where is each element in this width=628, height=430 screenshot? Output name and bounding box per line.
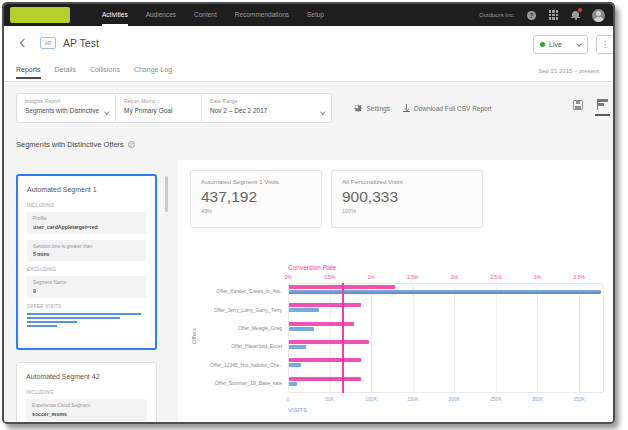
bottom-tick-label: 100K bbox=[365, 396, 377, 402]
top-tick-label: 1% bbox=[368, 274, 375, 280]
report-period: Sep 21 2015 – present bbox=[538, 68, 599, 74]
criteria-box: Experience Cloud Segmentsoccer_moms bbox=[26, 399, 147, 421]
bottom-tick-label: 350K bbox=[573, 396, 585, 402]
section-title: Segments with Distinctive Offers? bbox=[16, 140, 135, 149]
activity-title: AP Test bbox=[63, 37, 99, 49]
conversion-bar bbox=[289, 322, 354, 326]
visits-bar bbox=[289, 290, 601, 294]
nav-item-activities[interactable]: Activities bbox=[102, 4, 128, 26]
criteria-label: Segment Name bbox=[33, 280, 140, 285]
criteria-value: 5 mins bbox=[33, 251, 140, 257]
offer-link-line[interactable] bbox=[27, 325, 57, 327]
bottom-tick-label: 300K bbox=[532, 396, 544, 402]
including-label: INCLUDING bbox=[27, 203, 146, 208]
visits-bar bbox=[289, 308, 319, 312]
select-value: Segments with Distinctive bbox=[25, 107, 107, 114]
criteria-label: Session time is greater than bbox=[33, 244, 140, 249]
chart-view-active-underline bbox=[595, 114, 610, 116]
top-tick-label: 0% bbox=[284, 274, 291, 280]
gridline bbox=[413, 283, 414, 393]
offer-links[interactable] bbox=[27, 313, 146, 327]
tab-change-log[interactable]: Change Log bbox=[134, 58, 172, 82]
help-circle-icon[interactable]: ? bbox=[128, 141, 135, 148]
segment-card[interactable]: Automated Segment 1INCLUDINGProfileuser_… bbox=[16, 174, 157, 350]
nav-item-recommendations[interactable]: Recommendations bbox=[235, 4, 289, 26]
conversion-bar bbox=[289, 340, 369, 344]
select-insights-report[interactable]: Insights ReportSegments with Distinctive bbox=[17, 94, 116, 122]
live-status-dot bbox=[540, 42, 545, 47]
bottom-axis-title: VISITS bbox=[288, 407, 307, 413]
criteria-value: soccer_moms bbox=[32, 411, 141, 417]
segment-visits-card: Automated Segment 1 Visits 437,192 49% bbox=[190, 170, 322, 228]
visits-bar bbox=[289, 345, 306, 349]
report-toolbar: Insights ReportSegments with Distinctive… bbox=[16, 93, 332, 123]
top-tick-label: 1.5% bbox=[407, 274, 418, 280]
save-icon[interactable] bbox=[573, 100, 583, 110]
top-tick-label: 3% bbox=[534, 274, 541, 280]
brand-logo[interactable] bbox=[10, 7, 70, 23]
including-label: INCLUDING bbox=[26, 390, 147, 395]
segment-name: Automated Segment 42 bbox=[26, 373, 147, 380]
select-label: Report Metric bbox=[124, 99, 193, 104]
tab-reports[interactable]: Reports bbox=[16, 58, 41, 82]
offer-visits-label: OFFER VISITS bbox=[27, 304, 146, 309]
download-icon bbox=[403, 104, 410, 112]
apps-grid-icon[interactable] bbox=[548, 10, 559, 21]
activity-header: AP AP Test Live ⋮ bbox=[4, 26, 613, 58]
gridline bbox=[454, 283, 455, 393]
tab-details[interactable]: Details bbox=[55, 58, 76, 82]
nav-item-setup[interactable]: Setup bbox=[307, 4, 324, 26]
notifications-bell-icon[interactable] bbox=[570, 10, 581, 21]
chart-view-icon[interactable] bbox=[597, 99, 609, 110]
chevron-down-icon bbox=[576, 41, 582, 47]
help-icon[interactable]: ? bbox=[526, 10, 537, 21]
segment-card[interactable]: Automated Segment 42INCLUDINGExperience … bbox=[16, 362, 157, 424]
criteria-label: Experience Cloud Segment bbox=[32, 403, 141, 408]
select-date-range[interactable]: Date RangeNov 2 – Dec 2 2017 bbox=[202, 94, 331, 122]
top-nav: ActivitiesAudiencesContentRecommendation… bbox=[4, 4, 613, 26]
category-label: Offer_Xander_Crews_Is_Aw.. bbox=[176, 288, 282, 294]
bottom-tick-label: 200K bbox=[448, 396, 460, 402]
status-dropdown[interactable]: Live bbox=[533, 35, 588, 54]
user-avatar[interactable] bbox=[592, 9, 605, 22]
category-label: Offer_12345_Hot_balloon_Che.. bbox=[176, 362, 282, 368]
offer-link-line[interactable] bbox=[27, 321, 77, 323]
select-label: Insights Report bbox=[25, 99, 107, 104]
top-nav-items: ActivitiesAudiencesContentRecommendation… bbox=[102, 4, 324, 26]
category-label: Offer_Meagle_Greg bbox=[176, 325, 282, 331]
average-conversion-line bbox=[342, 283, 344, 393]
tab-collisions[interactable]: Collisions bbox=[90, 58, 120, 82]
visits-bar bbox=[289, 363, 301, 367]
settings-button[interactable]: Settings bbox=[354, 104, 390, 113]
report-tabs-row: ReportsDetailsCollisionsChange Log Sep 2… bbox=[4, 58, 613, 82]
offer-link-line[interactable] bbox=[27, 313, 141, 315]
category-label: Offer_Jerry_Larry_Garry_Terry bbox=[176, 307, 282, 313]
criteria-value: user_cardAppletarget=red bbox=[33, 224, 140, 230]
gear-icon bbox=[354, 104, 363, 113]
gridline bbox=[371, 283, 372, 393]
account-name[interactable]: Outdoors Inc. bbox=[479, 12, 515, 18]
status-label: Live bbox=[549, 41, 562, 48]
segments-panel: Automated Segment 1INCLUDINGProfileuser_… bbox=[16, 174, 157, 424]
excluding-label: EXCLUDING bbox=[27, 267, 146, 272]
app-window: ActivitiesAudiencesContentRecommendation… bbox=[2, 2, 615, 424]
visits-bar bbox=[289, 327, 314, 331]
criteria-value: 9 bbox=[33, 288, 140, 294]
top-axis-title: Conversion Rate bbox=[288, 264, 336, 271]
report-main-panel: Automated Segment 1 Visits 437,192 49% A… bbox=[178, 160, 615, 424]
visits-bar bbox=[289, 382, 297, 386]
conversion-bar bbox=[289, 358, 361, 362]
back-chevron-icon[interactable] bbox=[20, 39, 28, 47]
nav-item-content[interactable]: Content bbox=[194, 4, 217, 26]
select-report-metric[interactable]: Report MetricMy Primary Goal bbox=[116, 94, 202, 122]
top-tick-label: 0.5% bbox=[324, 274, 335, 280]
segments-scrollbar[interactable] bbox=[165, 176, 168, 212]
bottom-tick-label: 50K bbox=[325, 396, 334, 402]
nav-item-audiences[interactable]: Audiences bbox=[146, 4, 176, 26]
offer-link-line[interactable] bbox=[27, 317, 120, 319]
report-content: Insights ReportSegments with Distinctive… bbox=[4, 83, 613, 424]
select-value: Nov 2 – Dec 2 2017 bbox=[210, 107, 323, 114]
more-actions-button[interactable]: ⋮ bbox=[596, 35, 614, 54]
download-csv-button[interactable]: Download Full CSV Report bbox=[403, 104, 492, 112]
select-label: Date Range bbox=[210, 99, 323, 104]
